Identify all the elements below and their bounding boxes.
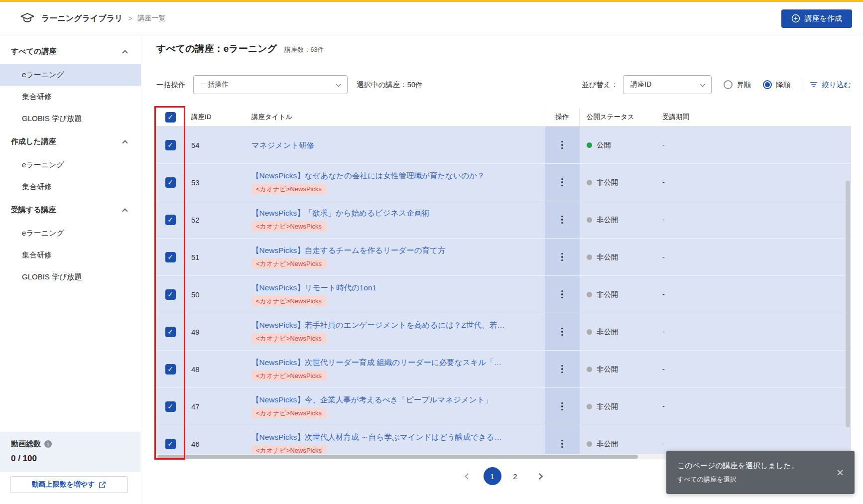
row-checkbox[interactable] <box>165 252 176 262</box>
row-checkbox[interactable] <box>165 289 176 300</box>
course-title-link[interactable]: 【NewsPicks】若手社員のエンゲージメントを高めるには？Z世代、若… <box>251 320 539 330</box>
row-menu-button[interactable] <box>559 438 565 450</box>
row-checkbox[interactable] <box>165 439 176 449</box>
sidebar-item[interactable]: 集合研修 <box>0 176 141 198</box>
row-checkbox-cell <box>156 239 184 275</box>
info-icon[interactable]: i <box>44 440 52 448</box>
status-label: 非公開 <box>597 402 618 411</box>
dot-icon <box>561 409 563 411</box>
row-checkbox[interactable] <box>165 177 176 188</box>
course-title-link[interactable]: 【NewsPicks】自走するチームを作るリーダーの育て方 <box>251 246 539 255</box>
page-title-row: すべての講座：eラーニング 講座数：63件 <box>156 42 851 55</box>
pagination-page-button[interactable]: 2 <box>506 467 524 485</box>
video-total-label: 動画総数 <box>11 439 41 449</box>
row-checkbox[interactable] <box>165 327 176 337</box>
chevron-right-icon <box>536 473 543 480</box>
row-checkbox-cell <box>156 201 184 238</box>
course-title-link[interactable]: 【NewsPicks】リモート時代の1on1 <box>251 283 539 292</box>
sidebar-item[interactable]: eラーニング <box>0 64 141 86</box>
row-status-cell: 非公開 <box>580 239 658 275</box>
dot-icon <box>561 331 563 333</box>
course-title-link[interactable]: 【NewsPicks】「欲求」から始めるビジネス企画術 <box>251 208 539 218</box>
row-checkbox[interactable] <box>165 364 176 375</box>
status-label: 非公開 <box>597 215 618 225</box>
row-status-cell: 非公開 <box>580 388 658 425</box>
dot-icon <box>561 293 563 295</box>
sort-controls: 並び替え： 講座ID 昇順 降順 <box>582 75 851 94</box>
horizontal-scrollbar-thumb[interactable] <box>157 455 638 459</box>
course-title-link[interactable]: 【NewsPicks】なぜあなたの会社には女性管理職が育たないのか？ <box>251 171 539 180</box>
row-title-cell: 【NewsPicks】自走するチームを作るリーダーの育て方 <カオナビ>News… <box>251 239 545 275</box>
row-checkbox[interactable] <box>165 140 176 150</box>
sort-asc-radio[interactable]: 昇順 <box>724 80 751 90</box>
row-menu-button[interactable] <box>559 363 565 376</box>
row-menu-button[interactable] <box>559 326 565 338</box>
sidebar-item[interactable]: GLOBIS 学び放題 <box>0 108 141 129</box>
status-label: 非公開 <box>597 365 618 374</box>
vertical-scrollbar-thumb[interactable] <box>846 181 850 427</box>
status-dot-icon <box>587 404 592 409</box>
increase-video-limit-button[interactable]: 動画上限数を増やす <box>10 476 128 493</box>
course-tag: <カオナビ>NewsPicks <box>251 445 326 455</box>
course-title-link[interactable]: マネジメント研修 <box>251 140 539 150</box>
status-dot-icon <box>587 254 592 260</box>
dot-icon <box>561 181 563 183</box>
row-action-cell <box>545 276 580 313</box>
sidebar-item[interactable]: eラーニング <box>0 154 141 176</box>
sort-asc-label: 昇順 <box>737 80 751 90</box>
row-action-cell <box>545 126 580 163</box>
row-title-cell: 【NewsPicks】若手社員のエンゲージメントを高めるには？Z世代、若… <カ… <box>251 313 545 350</box>
sidebar-item[interactable]: 集合研修 <box>0 244 141 266</box>
dot-icon <box>561 147 563 149</box>
header-action: 操作 <box>545 108 580 126</box>
sidebar-item[interactable]: GLOBIS 学び放題 <box>0 266 141 288</box>
row-course-id: 53 <box>184 164 251 201</box>
page: ラーニングライブラリ > 講座一覧 講座を作成 すべての講座 eラーニング 集合… <box>0 0 863 504</box>
row-action-cell <box>545 201 580 238</box>
course-title-link[interactable]: 【NewsPicks】次世代リーダー育成 組織のリーダーに必要なスキル「… <box>251 358 539 367</box>
select-all-checkbox[interactable] <box>165 112 176 123</box>
sort-field-select[interactable]: 講座ID <box>623 75 712 94</box>
vertical-scrollbar[interactable] <box>846 181 850 427</box>
table-row: 46 【NewsPicks】次世代人材育成 ～自ら学ぶマインドはどう醸成できる…… <box>156 425 851 454</box>
sidebar-section-header[interactable]: すべての講座 <box>0 39 141 64</box>
radio-checked-icon <box>763 80 772 89</box>
row-checkbox[interactable] <box>165 215 176 225</box>
row-menu-button[interactable] <box>559 251 565 263</box>
table-row: 49 【NewsPicks】若手社員のエンゲージメントを高めるには？Z世代、若…… <box>156 313 851 351</box>
row-menu-button[interactable] <box>559 176 565 189</box>
row-title-cell: 【NewsPicks】次世代リーダー育成 組織のリーダーに必要なスキル「… <カ… <box>251 351 545 387</box>
bulk-operation-select[interactable]: 一括操作 <box>193 75 348 94</box>
close-icon[interactable]: × <box>837 467 844 479</box>
filter-button[interactable]: 絞り込む <box>810 80 851 90</box>
sidebar-section-header[interactable]: 受講する講座 <box>0 198 141 222</box>
dot-icon <box>561 443 563 445</box>
course-title-link[interactable]: 【NewsPicks】次世代人材育成 ～自ら学ぶマインドはどう醸成できる… <box>251 432 539 442</box>
sidebar-item[interactable]: 集合研修 <box>0 86 141 108</box>
dot-icon <box>561 334 563 336</box>
pagination-prev-button[interactable] <box>461 469 476 484</box>
sidebar-section-header[interactable]: 作成した講座 <box>0 129 141 154</box>
sort-order-radio-group: 昇順 降順 <box>724 80 790 90</box>
pagination-next-button[interactable] <box>532 469 547 484</box>
create-course-button[interactable]: 講座を作成 <box>781 9 852 28</box>
row-course-id: 46 <box>184 425 251 454</box>
sidebar-item-label: 集合研修 <box>22 92 52 101</box>
row-checkbox[interactable] <box>165 401 176 412</box>
sort-desc-radio[interactable]: 降順 <box>763 80 790 90</box>
breadcrumb-root[interactable]: ラーニングライブラリ <box>41 13 123 24</box>
toast-select-all-action[interactable]: すべての講座を選択 <box>677 475 830 484</box>
pagination-page-button[interactable]: 1 <box>484 467 501 485</box>
course-title-link[interactable]: 【NewsPicks】今、企業人事が考えるべき「ピープルマネジメント」 <box>251 395 539 404</box>
dot-icon <box>561 222 563 224</box>
row-menu-button[interactable] <box>559 400 565 413</box>
chevron-left-icon <box>465 473 471 480</box>
row-checkbox-cell <box>156 425 184 454</box>
row-menu-button[interactable] <box>559 214 565 226</box>
table-header-row: 講座ID 講座タイトル 操作 公開ステータス 受講期間 <box>156 108 851 126</box>
row-menu-button[interactable] <box>559 288 565 301</box>
table-row: 53 【NewsPicks】なぜあなたの会社には女性管理職が育たないのか？ <カ… <box>156 164 851 201</box>
sidebar-item[interactable]: eラーニング <box>0 222 141 244</box>
table-row: 51 【NewsPicks】自走するチームを作るリーダーの育て方 <カオナビ>N… <box>156 239 851 276</box>
row-menu-button[interactable] <box>559 139 565 151</box>
